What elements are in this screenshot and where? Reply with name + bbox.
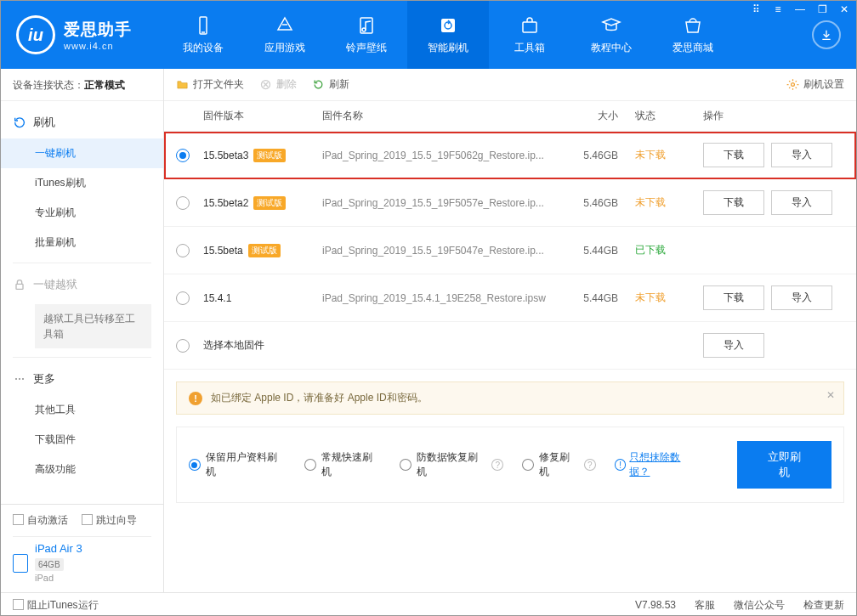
firmware-name: iPad_Spring_2019_15.5_19F5062g_Restore.i…	[322, 150, 559, 161]
refresh-label: 刷新	[329, 77, 349, 92]
block-itunes-label: 阻止iTunes运行	[27, 599, 99, 611]
row-radio[interactable]	[176, 339, 190, 353]
table-row-local[interactable]: 选择本地固件 导入	[164, 322, 856, 370]
help-icon[interactable]: ?	[584, 459, 596, 471]
download-button[interactable]: 下载	[703, 285, 764, 310]
opt-quick[interactable]: 常规快速刷机	[304, 450, 381, 479]
sidebar-group-flash[interactable]: 刷机	[1, 106, 163, 138]
firmware-name: iPad_Spring_2019_15.5_19F5047e_Restore.i…	[322, 245, 559, 257]
erase-link[interactable]: 只想抹除数据？	[629, 450, 699, 479]
beta-tag: 测试版	[253, 149, 286, 162]
nav-label: 教程中心	[591, 41, 632, 55]
lock-icon	[13, 278, 26, 291]
device-card[interactable]: iPad Air 3 64GB iPad	[13, 536, 151, 584]
firmware-size: 5.46GB	[559, 150, 635, 161]
row-ops: 导入	[703, 333, 841, 358]
nav-ringtones[interactable]: 铃声壁纸	[326, 1, 407, 69]
main-panel: 打开文件夹 删除 刷新 刷机设置 固件版本 固件名称 大小 状态 操作	[164, 69, 856, 592]
apple-id-notice: ! 如已绑定 Apple ID，请准备好 Apple ID和密码。 ✕	[176, 381, 844, 415]
skip-guide-label: 跳过向导	[96, 514, 137, 526]
refresh-icon	[13, 116, 26, 129]
opt-repair[interactable]: 修复刷机?	[522, 450, 595, 479]
help-icon[interactable]: ?	[491, 459, 503, 471]
firmware-status: 已下载	[635, 243, 703, 257]
svg-point-14	[792, 83, 795, 87]
check-update-link[interactable]: 检查更新	[803, 598, 844, 613]
close-icon[interactable]: ✕	[835, 2, 854, 17]
skip-guide-checkbox[interactable]: 跳过向导	[82, 513, 137, 528]
sidebar-item-itunes-flash[interactable]: iTunes刷机	[1, 168, 163, 198]
opt-anti-recovery[interactable]: 防数据恢复刷机?	[400, 450, 503, 479]
auto-activate-checkbox[interactable]: 自动激活	[13, 513, 68, 528]
row-ops: 下载导入	[703, 285, 841, 310]
svg-rect-0	[200, 17, 207, 34]
svg-point-10	[22, 378, 24, 380]
toolbox-icon	[519, 15, 540, 36]
firmware-version: 15.5beta2 测试版	[203, 196, 322, 210]
row-radio[interactable]	[176, 244, 190, 257]
opt-label: 保留用户资料刷机	[206, 450, 286, 479]
downloads-button[interactable]	[797, 20, 856, 49]
import-button[interactable]: 导入	[771, 285, 832, 310]
sidebar-item-other-tools[interactable]: 其他工具	[1, 395, 163, 425]
row-ops: 下载导入	[703, 190, 841, 215]
sidebar-item-pro-flash[interactable]: 专业刷机	[1, 198, 163, 228]
th-size: 大小	[559, 109, 635, 123]
import-button[interactable]: 导入	[771, 190, 832, 215]
table-row[interactable]: 15.5beta 测试版 iPad_Spring_2019_15.5_19F50…	[164, 227, 856, 274]
firmware-name: iPad_Spring_2019_15.5_19F5057e_Restore.i…	[322, 197, 559, 209]
nav-my-device[interactable]: 我的设备	[162, 1, 244, 69]
nav-label: 智能刷机	[428, 41, 468, 55]
sidebar-group-more[interactable]: 更多	[1, 363, 163, 395]
table-row[interactable]: 15.5beta2 测试版 iPad_Spring_2019_15.5_19F5…	[164, 179, 856, 227]
group-label: 一键越狱	[33, 277, 77, 292]
minimize-icon[interactable]: —	[791, 2, 809, 17]
download-button[interactable]: 下载	[703, 143, 764, 167]
ipad-icon	[13, 554, 28, 573]
info-icon[interactable]: !	[615, 459, 627, 471]
table-row[interactable]: 15.4.1 iPad_Spring_2019_15.4.1_19E258_Re…	[164, 274, 856, 322]
row-radio[interactable]	[176, 196, 190, 210]
nav-toolbox[interactable]: 工具箱	[489, 1, 570, 69]
nav-store[interactable]: 爱思商城	[652, 1, 734, 69]
sidebar-item-batch-flash[interactable]: 批量刷机	[1, 228, 163, 257]
download-button[interactable]: 下载	[703, 190, 764, 215]
pin-icon[interactable]: ⠿	[746, 2, 765, 17]
import-button[interactable]: 导入	[771, 143, 832, 167]
wechat-link[interactable]: 微信公众号	[734, 598, 785, 613]
sidebar-item-oneclick-flash[interactable]: 一键刷机	[1, 138, 163, 168]
firmware-size: 5.44GB	[559, 245, 635, 257]
nav-apps[interactable]: 应用游戏	[244, 1, 326, 69]
row-radio[interactable]	[176, 149, 190, 162]
delete-label: 删除	[276, 77, 297, 92]
flash-now-button[interactable]: 立即刷机	[737, 441, 831, 489]
sidebar-item-advanced[interactable]: 高级功能	[1, 455, 163, 484]
sidebar-item-download-firmware[interactable]: 下载固件	[1, 425, 163, 455]
ringtone-icon	[356, 15, 377, 36]
menu-icon[interactable]: ≡	[769, 2, 787, 17]
block-itunes-checkbox[interactable]: 阻止iTunes运行	[13, 598, 99, 613]
row-radio[interactable]	[176, 291, 190, 305]
nav-flash[interactable]: 智能刷机	[407, 1, 489, 69]
status-bar: 阻止iTunes运行 V7.98.53 客服 微信公众号 检查更新	[1, 592, 856, 616]
svg-rect-6	[523, 22, 536, 32]
nav-tutorials[interactable]: 教程中心	[570, 1, 652, 69]
firmware-status: 未下载	[635, 291, 703, 305]
firmware-version: 15.4.1	[203, 292, 322, 304]
table-row[interactable]: 15.5beta3 测试版 iPad_Spring_2019_15.5_19F5…	[164, 132, 856, 179]
refresh-button[interactable]: 刷新	[312, 77, 349, 92]
open-folder-button[interactable]: 打开文件夹	[176, 77, 244, 92]
delete-button[interactable]: 删除	[259, 77, 297, 92]
support-link[interactable]: 客服	[695, 598, 715, 613]
import-button[interactable]: 导入	[703, 333, 764, 358]
svg-point-8	[15, 378, 17, 380]
flash-settings-label: 刷机设置	[803, 77, 844, 92]
th-ops: 操作	[703, 109, 841, 123]
notice-close-icon[interactable]: ✕	[826, 389, 835, 401]
version-label: V7.98.53	[635, 599, 676, 611]
device-name: iPad Air 3	[35, 542, 82, 557]
flash-settings-button[interactable]: 刷机设置	[786, 77, 844, 92]
opt-keep-data[interactable]: 保留用户资料刷机	[189, 450, 286, 479]
sidebar-group-jailbreak[interactable]: 一键越狱	[1, 268, 163, 301]
maximize-icon[interactable]: ❐	[813, 2, 831, 17]
